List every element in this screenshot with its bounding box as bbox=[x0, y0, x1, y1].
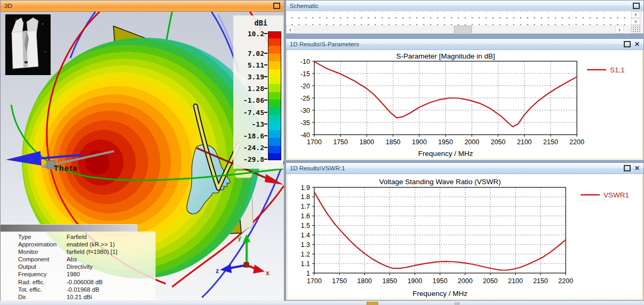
info-value: Directivity bbox=[67, 263, 93, 270]
resize-grip[interactable] bbox=[631, 25, 640, 34]
maximize-icon[interactable] bbox=[624, 41, 631, 47]
y-tick-label: -25 bbox=[300, 95, 310, 102]
x-tick-label: 2000 bbox=[464, 138, 479, 146]
maximize-icon[interactable] bbox=[273, 3, 280, 9]
s-parameter-chart[interactable]: 1700175018001850190019502000205021002150… bbox=[286, 50, 643, 161]
colorbar-panel: dBi 10.27.025.113.191.28-1.86-7.45-13-18… bbox=[233, 15, 283, 169]
x-tick-label: 1700 bbox=[307, 277, 322, 285]
x-tick-label: 1900 bbox=[412, 138, 427, 146]
farfield-info-row: Monitorfarfield (f=1980) [1] bbox=[1, 248, 156, 255]
close-icon[interactable]: ✕ bbox=[634, 41, 640, 47]
colorbar-tick-mark bbox=[264, 147, 267, 148]
y-tick-label: 1.5 bbox=[301, 222, 310, 229]
info-label: Dir. bbox=[18, 293, 67, 301]
colorbar-tick-label: -13 bbox=[252, 120, 264, 128]
x-tick-label: 1900 bbox=[407, 277, 422, 285]
chevron-down-icon: ∨ bbox=[634, 19, 638, 24]
info-value: Farfield bbox=[67, 233, 87, 241]
scrollbar-thumb[interactable] bbox=[454, 26, 472, 34]
x-tick-label: 2000 bbox=[458, 277, 472, 285]
info-label: Approximation bbox=[18, 241, 67, 248]
3d-window: 3D bbox=[0, 0, 284, 301]
colorbar-tick-mark bbox=[264, 64, 267, 65]
x-tick-label: 1800 bbox=[360, 138, 374, 146]
3d-window-title: 3D bbox=[4, 3, 12, 9]
farfield-info-row: TypeFarfield bbox=[1, 233, 156, 241]
x-tick-label: 1800 bbox=[357, 277, 372, 285]
colorbar-tick-label: 3.19 bbox=[248, 73, 264, 81]
colorbar-tick-label: 5.11 bbox=[248, 61, 264, 69]
y-tick-label: -35 bbox=[300, 119, 310, 127]
schematic-vertical-scrollbar[interactable]: ∧ ∨ bbox=[631, 11, 640, 25]
theta-label: Theta bbox=[54, 164, 78, 172]
colorbar-tick-label: 10.2 bbox=[248, 30, 264, 38]
colorbar-tick-label: 1.28 bbox=[248, 85, 264, 93]
info-value: 10.21 dBi bbox=[67, 293, 92, 301]
scroll-left-button[interactable]: ‹ bbox=[286, 25, 295, 34]
x-tick-label: 2200 bbox=[569, 138, 584, 146]
sparameter-titlebar[interactable]: 1D Results\S-Parameters ✕ bbox=[286, 39, 643, 50]
bottom-window-accent bbox=[366, 302, 378, 305]
colorbar-tick-mark bbox=[264, 100, 267, 101]
vswr-chart[interactable]: 1700175018001850190019502000205021002150… bbox=[286, 174, 643, 301]
chart-title: S-Parameter [Magnitude in dB] bbox=[396, 52, 495, 60]
colorbar-tick-mark bbox=[264, 159, 267, 160]
colorbar-tick-mark bbox=[264, 135, 267, 136]
info-value: -0.01968 dB bbox=[67, 286, 100, 293]
info-header-bar bbox=[1, 224, 137, 232]
y-tick-label: -10 bbox=[300, 58, 310, 65]
info-label: Monitor bbox=[18, 248, 67, 255]
chart-title: Voltage Standing Wave Ratio (VSWR) bbox=[379, 178, 501, 186]
legend-label: S1,1 bbox=[610, 66, 625, 74]
3d-window-titlebar[interactable]: 3D bbox=[1, 1, 284, 12]
info-value: -0.006008 dB bbox=[67, 278, 103, 286]
y-tick-label: 1.6 bbox=[301, 212, 310, 220]
axis-label-z: z bbox=[216, 267, 219, 275]
colorbar-gradient bbox=[268, 31, 281, 160]
info-label: Tot. effic. bbox=[18, 286, 67, 293]
y-tick-label: 1.8 bbox=[301, 193, 310, 201]
maximize-icon[interactable] bbox=[633, 3, 640, 9]
x-tick-label: 2150 bbox=[533, 277, 548, 285]
y-tick-label: 1.7 bbox=[301, 203, 310, 210]
plot-frame bbox=[314, 187, 566, 273]
vswr-titlebar[interactable]: 1D Results\VSWR:1 ✕ bbox=[286, 163, 643, 174]
colorbar-tick-label: -29.8 bbox=[243, 155, 264, 163]
x-tick-label: 2050 bbox=[491, 138, 506, 146]
x-tick-label: 1850 bbox=[382, 277, 397, 285]
info-label: Frequency bbox=[18, 270, 67, 278]
axis-label-x: x bbox=[266, 269, 270, 277]
model-thumbnail[interactable] bbox=[5, 14, 51, 76]
y-tick-label: -40 bbox=[300, 131, 310, 139]
maximize-icon[interactable] bbox=[624, 165, 631, 171]
farfield-info-row: Tot. effic.-0.01968 dB bbox=[1, 286, 156, 293]
x-tick-label: 2100 bbox=[508, 277, 523, 285]
schematic-canvas[interactable] bbox=[286, 11, 631, 25]
scroll-up-button[interactable]: ∧ bbox=[631, 11, 640, 18]
colorbar-tick-mark bbox=[264, 88, 267, 89]
sparameter-title: 1D Results\S-Parameters bbox=[290, 41, 359, 47]
colorbar-tick-label: -7.45 bbox=[243, 109, 264, 117]
schematic-titlebar[interactable]: Schematic bbox=[286, 1, 643, 12]
colorbar-tick-label: -18.6 bbox=[243, 132, 264, 140]
schematic-horizontal-scrollbar[interactable]: ‹ › bbox=[286, 25, 631, 34]
chevron-right-icon: › bbox=[618, 26, 621, 34]
x-tick-label: 1700 bbox=[307, 138, 322, 146]
scroll-down-button[interactable]: ∨ bbox=[631, 18, 640, 25]
y-tick-label: -20 bbox=[300, 83, 310, 90]
schematic-title: Schematic bbox=[290, 3, 319, 9]
axis-label-y: y bbox=[238, 234, 241, 242]
info-label: Component bbox=[18, 255, 67, 263]
info-label: Output bbox=[18, 263, 67, 270]
colorbar-title: dBi bbox=[255, 19, 267, 27]
close-icon[interactable]: ✕ bbox=[634, 165, 640, 171]
x-tick-label: 1750 bbox=[333, 138, 348, 146]
farfield-info-row: Approximationenabled (kR >> 1) bbox=[1, 241, 156, 248]
colorbar-tick-mark bbox=[264, 53, 267, 54]
colorbar-tick-label: 7.02 bbox=[248, 50, 264, 57]
colorbar-tick-mark bbox=[264, 76, 267, 77]
scroll-right-button[interactable]: › bbox=[615, 25, 624, 34]
bottom-window-edge bbox=[0, 301, 644, 305]
info-value: farfield (f=1980) [1] bbox=[67, 248, 117, 255]
vswr-title: 1D Results\VSWR:1 bbox=[290, 165, 345, 171]
